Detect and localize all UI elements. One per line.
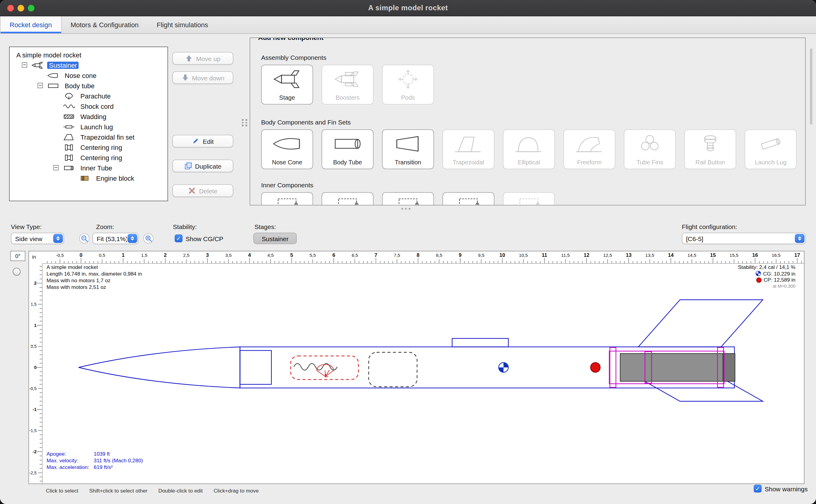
add-nose-cone-button[interactable]: Nose Cone bbox=[261, 129, 313, 169]
view-type-select[interactable]: Side view bbox=[11, 233, 64, 244]
move-down-button[interactable]: Move down bbox=[172, 71, 233, 84]
add-elliptical-button[interactable]: Elliptical bbox=[503, 129, 555, 169]
add-component-button[interactable] bbox=[503, 192, 555, 205]
svg-text:10: 10 bbox=[500, 252, 505, 258]
move-up-button[interactable]: Move up bbox=[172, 52, 233, 65]
add-component-button[interactable] bbox=[442, 192, 494, 205]
zoom-out-button[interactable] bbox=[79, 233, 89, 244]
svg-text:5,5: 5,5 bbox=[309, 253, 316, 258]
stage-toggle-sustainer[interactable]: Sustainer bbox=[253, 233, 297, 244]
flight-stat-label: Apogee: bbox=[47, 451, 94, 457]
tree-item-label: Centering ring bbox=[79, 144, 124, 151]
pods-big-icon bbox=[383, 68, 433, 91]
launch-lug-big-icon bbox=[745, 132, 796, 155]
show-cgcp-checkbox[interactable]: ✓ bbox=[175, 234, 183, 242]
tree-expander-icon[interactable]: − bbox=[37, 83, 43, 88]
tree-expander-icon[interactable]: − bbox=[53, 165, 59, 170]
zoom-in-button[interactable] bbox=[143, 233, 154, 244]
flight-stat-row: Max. velocity:311 ft/s (Mach 0,280) bbox=[47, 457, 143, 464]
tree-item-shock-cord[interactable]: Shock cord bbox=[10, 101, 167, 111]
scrollbar[interactable] bbox=[810, 48, 812, 124]
svg-text:2: 2 bbox=[164, 252, 167, 258]
flight-stats: Apogee:1039 ftMax. velocity:311 ft/s (Ma… bbox=[47, 451, 143, 471]
tree-item-wadding[interactable]: Wadding bbox=[10, 111, 167, 121]
zoom-label: Zoom: bbox=[96, 223, 114, 230]
at-mach-value: at M=0,300 bbox=[773, 283, 795, 289]
tree-item-inner-tube[interactable]: −Inner Tube bbox=[10, 163, 167, 173]
launch-lug-icon bbox=[62, 123, 76, 131]
tree-item-a-simple-model-rocket[interactable]: A simple model rocket bbox=[10, 50, 167, 60]
add-rail-button-button[interactable]: Rail Button bbox=[684, 129, 736, 169]
add-transition-button[interactable]: Transition bbox=[382, 129, 434, 169]
wadding-outline bbox=[369, 352, 417, 387]
show-warnings-checkbox[interactable]: ✓ bbox=[754, 485, 762, 493]
rotation-slider-knob[interactable] bbox=[13, 268, 21, 276]
shock-cord-line bbox=[294, 363, 337, 370]
tree-item-engine-block[interactable]: Engine block bbox=[10, 173, 167, 183]
svg-text:5: 5 bbox=[290, 252, 293, 258]
rocket-outline bbox=[79, 300, 763, 401]
svg-text:2,5: 2,5 bbox=[183, 253, 189, 258]
add-component-button[interactable] bbox=[322, 192, 374, 205]
tab-rocket-design[interactable]: Rocket design bbox=[0, 16, 61, 33]
edit-button[interactable]: Edit bbox=[172, 135, 233, 147]
add-launch-lug-button[interactable]: Launch Lug bbox=[745, 129, 797, 169]
panel-resize-handle[interactable] bbox=[401, 208, 410, 210]
component-label: Trapezoidal bbox=[443, 159, 494, 166]
tree-item-sustainer[interactable]: −Sustainer bbox=[10, 60, 167, 70]
delete-button[interactable]: Delete bbox=[172, 184, 233, 197]
add-stage-button[interactable]: Stage bbox=[261, 65, 313, 105]
flight-stat-value: 619 ft/s² bbox=[94, 464, 113, 470]
add-component-button[interactable] bbox=[261, 192, 313, 205]
svg-text:14: 14 bbox=[668, 252, 674, 258]
add-body-tube-button[interactable]: Body Tube bbox=[322, 129, 374, 169]
add-tube-fins-button[interactable]: Tube Fins bbox=[624, 129, 676, 169]
tube-fins-big-icon bbox=[624, 132, 675, 155]
tree-item-body-tube[interactable]: −Body tube bbox=[10, 80, 167, 91]
cp-symbol bbox=[591, 363, 600, 372]
body-tube-big-icon bbox=[322, 132, 373, 155]
tree-item-parachute[interactable]: Parachute bbox=[10, 91, 167, 101]
nose-cone-big-icon bbox=[262, 132, 312, 155]
tree-expander-icon[interactable]: − bbox=[22, 62, 27, 68]
tree-item-launch-lug[interactable]: Launch lug bbox=[10, 121, 167, 132]
svg-text:1: 1 bbox=[122, 252, 125, 258]
tree-item-centering-ring[interactable]: Centering ring bbox=[10, 142, 167, 152]
window-title: A simple model rocket bbox=[368, 4, 448, 12]
add-boosters-button[interactable]: Boosters bbox=[322, 65, 374, 105]
close-window-button[interactable] bbox=[7, 5, 14, 11]
svg-text:7: 7 bbox=[374, 252, 377, 258]
add-freeform-button[interactable]: Freeform bbox=[563, 129, 615, 169]
freeform-big-icon bbox=[564, 132, 615, 155]
svg-text:0: 0 bbox=[34, 365, 37, 370]
tree-item-centering-ring[interactable]: Centering ring bbox=[10, 152, 167, 163]
zoom-window-button[interactable] bbox=[28, 5, 34, 11]
tree-item-nose-cone[interactable]: Nose cone bbox=[10, 70, 167, 80]
magnifier-plus-icon bbox=[145, 235, 152, 242]
inner-tube-icon bbox=[62, 164, 76, 172]
svg-text:4,5: 4,5 bbox=[267, 253, 274, 258]
cg-value: CG: 10,229 in bbox=[763, 270, 795, 277]
flight-config-select[interactable]: [C6-5] bbox=[682, 233, 806, 244]
tree-item-label: Body tube bbox=[63, 82, 96, 89]
hint-text: Double-click to edit bbox=[158, 488, 203, 494]
delete-icon bbox=[188, 187, 196, 195]
tab-flight-simulations[interactable]: Flight simulations bbox=[147, 16, 217, 33]
add-trapezoidal-button[interactable]: Trapezoidal bbox=[442, 129, 494, 169]
centering-ring-icon bbox=[62, 143, 76, 151]
zoom-select[interactable]: Fit (53,1%) bbox=[92, 233, 138, 244]
minimize-window-button[interactable] bbox=[18, 5, 24, 11]
rocket-diagram[interactable]: -0,500,511,522,533,544,555,566,577,588,5… bbox=[28, 251, 805, 484]
component-label: Body Tube bbox=[322, 159, 373, 166]
add-pods-button[interactable]: Pods bbox=[382, 65, 434, 105]
tab-motors-configuration[interactable]: Motors & Configuration bbox=[61, 16, 147, 33]
split-pane-handle[interactable] bbox=[242, 119, 248, 126]
svg-text:9: 9 bbox=[459, 252, 461, 258]
tree-item-trapezoidal-fin-set[interactable]: Trapezoidal fin set bbox=[10, 132, 167, 142]
svg-text:2: 2 bbox=[34, 280, 37, 286]
duplicate-button[interactable]: Duplicate bbox=[172, 160, 233, 172]
rocket-side-view[interactable]: -0,500,511,522,533,544,555,566,577,588,5… bbox=[29, 251, 805, 485]
component-label: Freeform bbox=[564, 159, 615, 166]
component-label: Nose Cone bbox=[262, 159, 312, 166]
add-component-button[interactable] bbox=[382, 192, 434, 205]
